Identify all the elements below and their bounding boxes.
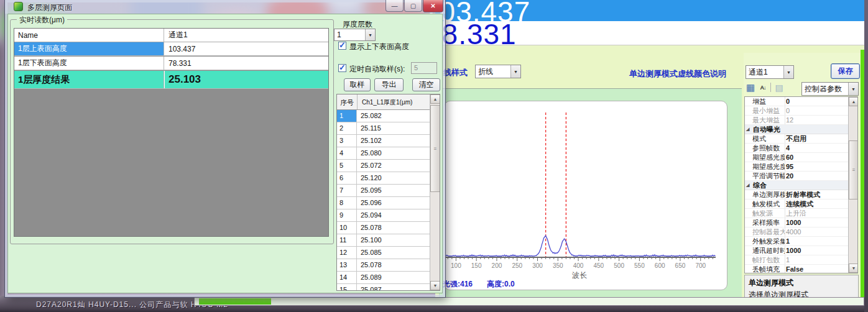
property-category[interactable]: ◢自动曝光 (745, 125, 849, 134)
sample-list-scrollbar[interactable]: ▲ ≡ ▼ (430, 94, 440, 290)
maximize-button[interactable]: ▢ (404, 0, 422, 12)
property-value[interactable]: 1000 (786, 246, 801, 255)
chevron-down-icon[interactable] (365, 29, 375, 40)
table-row[interactable]: 1层下表面高度 78.331 (14, 57, 328, 70)
layer-count-select[interactable]: 1 (334, 29, 376, 41)
list-item[interactable]: 925.094 (337, 209, 430, 222)
property-row[interactable]: 外触发采集比11 (745, 237, 849, 246)
row-thickness-result-name[interactable]: 1层厚度结果 (14, 71, 164, 88)
table-row[interactable]: 1层上表面高度 103.437 (14, 42, 328, 56)
list-item[interactable]: 225.115 (337, 122, 430, 135)
property-row[interactable]: 帧打包数1 (745, 255, 849, 265)
scroll-up-icon[interactable]: ▲ (430, 94, 440, 104)
column-header-name[interactable]: Name (14, 29, 164, 42)
clear-button[interactable]: 清空 (412, 78, 440, 91)
property-value[interactable]: 1000 (786, 218, 801, 227)
close-button[interactable]: ✕ (423, 0, 443, 12)
chevron-down-icon[interactable] (783, 66, 793, 78)
list-item[interactable]: 325.102 (337, 135, 430, 147)
list-item[interactable]: 1225.085 (337, 247, 430, 259)
scroll-down-icon[interactable]: ▼ (430, 281, 440, 290)
chevron-down-icon[interactable] (848, 83, 858, 95)
collapse-triangle-icon[interactable]: ◢ (746, 125, 749, 134)
row-upper-surface-name[interactable]: 1层上表面高度 (14, 42, 164, 55)
property-row[interactable]: 丢帧填充False (745, 265, 849, 273)
show-surface-checkbox[interactable] (338, 42, 346, 50)
property-value[interactable]: 95 (786, 162, 793, 171)
grid-column-divider (785, 265, 785, 273)
property-row[interactable]: 增益0 (745, 97, 849, 106)
property-row[interactable]: 模式不启用 (745, 134, 849, 144)
export-button[interactable]: 导出 (374, 78, 404, 91)
list-item[interactable]: 1425.089 (337, 272, 430, 284)
list-item[interactable]: 1125.100 (337, 234, 430, 247)
list-item[interactable]: 725.095 (337, 185, 430, 197)
channel-select[interactable]: 通道1 (746, 65, 794, 79)
property-value[interactable]: 0 (786, 106, 790, 115)
property-row[interactable]: 触发模式连续模式 (745, 200, 849, 209)
curve-style-select[interactable]: 折线 (475, 65, 521, 78)
property-row[interactable]: 期望感光度下[60 (745, 153, 849, 162)
property-value[interactable]: 4 (786, 144, 790, 152)
list-item[interactable]: 825.096 (337, 197, 430, 209)
list-item[interactable]: 525.072 (337, 160, 430, 172)
property-value[interactable]: False (786, 265, 803, 273)
property-row[interactable]: 通讯超时时间1000 (745, 246, 849, 255)
axis-tick-label: 500 (614, 262, 624, 269)
spectrum-plot-area[interactable]: 100150200250300350400450500550600650700波… (444, 101, 727, 290)
list-item[interactable]: 1325.078 (337, 259, 430, 272)
dialog-titlebar[interactable]: 多层测厚页面 — ▢ ✕ (5, 0, 445, 14)
property-category[interactable]: ◢综合 (745, 181, 849, 190)
list-item[interactable]: 425.080 (337, 147, 430, 160)
property-value[interactable]: 0 (786, 97, 790, 106)
list-item[interactable]: 1525.087 (337, 284, 430, 291)
column-header-channel[interactable]: 通道1 (165, 29, 328, 42)
scroll-down-icon[interactable]: ▼ (849, 264, 858, 273)
list-item[interactable]: 625.120 (337, 172, 430, 185)
property-row[interactable]: 单边测厚模式折射率模式 (745, 190, 849, 200)
property-value[interactable]: 1 (786, 255, 790, 264)
table-row[interactable]: 1层厚度结果 25.103 (14, 71, 328, 89)
property-row[interactable]: 参照帧数4 (745, 144, 849, 153)
main-window-right-border (861, 50, 864, 306)
property-value[interactable]: 不启用 (786, 134, 806, 143)
scroll-up-icon[interactable]: ▲ (849, 97, 858, 106)
property-value[interactable]: 连续模式 (786, 200, 813, 208)
property-value[interactable]: 20 (786, 172, 793, 180)
scrollbar-thumb[interactable]: ≡ (430, 105, 440, 192)
property-value[interactable]: 12 (786, 116, 793, 124)
collapse-triangle-icon[interactable]: ◢ (746, 181, 749, 190)
property-label: 丢帧填充 (752, 265, 785, 273)
property-row[interactable]: 最小增益0 (745, 106, 849, 116)
property-value[interactable]: 折射率模式 (786, 190, 820, 199)
sample-button[interactable]: 取样 (344, 78, 371, 91)
alphabetical-sort-icon[interactable] (757, 82, 769, 93)
dashed-line-legend-link[interactable]: 单边测厚模式虚线颜色说明 (629, 68, 726, 80)
save-button[interactable]: 保存 (831, 63, 860, 79)
property-row[interactable]: 控制器最大能:4000 (745, 227, 849, 237)
scrollbar-thumb[interactable]: ≡ (849, 140, 858, 200)
property-row[interactable]: 触发源上升沿 (745, 209, 849, 218)
list-item[interactable]: 125.082 (337, 110, 430, 122)
property-value[interactable]: 60 (786, 153, 793, 162)
screen-root: { "desktop": { "taskbar_text": "D27A20R1… (0, 0, 868, 312)
property-value[interactable]: 4000 (786, 227, 801, 236)
auto-sample-checkbox[interactable] (338, 64, 346, 72)
grid-column-divider (785, 172, 785, 180)
property-description-title: 单边测厚模式 (749, 278, 854, 288)
property-row[interactable]: 期望感光度上[95 (745, 162, 849, 172)
property-grid-scrollbar[interactable]: ▲ ≡ ▼ (848, 97, 858, 273)
property-row[interactable]: 最大增益12 (745, 116, 849, 125)
property-row[interactable]: 平滑调节幅度20 (745, 172, 849, 181)
param-group-select[interactable]: 控制器参数 (801, 82, 859, 96)
minimize-button[interactable]: — (386, 0, 404, 12)
property-row[interactable]: 采样频率1000 (745, 218, 849, 227)
property-value[interactable]: 1 (786, 237, 790, 245)
chevron-down-icon[interactable] (510, 65, 520, 78)
categorized-view-icon[interactable] (745, 82, 756, 93)
list-item[interactable]: 1025.078 (337, 222, 430, 234)
realtime-table: Name 通道1 1层上表面高度 103.437 1层下表面高度 78.331 … (14, 28, 329, 237)
property-value[interactable]: 上升沿 (786, 209, 806, 218)
row-lower-surface-name[interactable]: 1层下表面高度 (14, 57, 164, 70)
auto-sample-interval-input[interactable]: 5 (411, 62, 437, 74)
